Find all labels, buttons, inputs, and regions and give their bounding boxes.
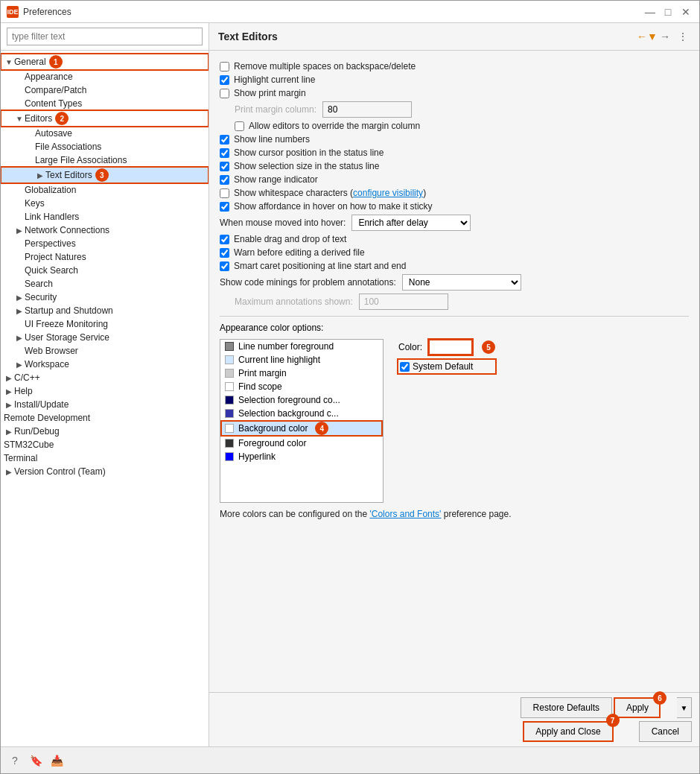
checkbox-highlight-line[interactable] bbox=[220, 75, 229, 85]
more-button[interactable]: ⋮ bbox=[675, 29, 690, 44]
export-icon[interactable]: 🔖 bbox=[29, 754, 42, 767]
checkbox-drag-drop[interactable] bbox=[220, 235, 229, 244]
tree-item-autosave[interactable]: Autosave bbox=[1, 127, 209, 140]
tree-item-project-natures[interactable]: Project Natures bbox=[1, 250, 209, 264]
color-item-background[interactable]: Background color 4 bbox=[220, 420, 383, 437]
input-print-margin-col[interactable] bbox=[322, 101, 412, 118]
maximize-button[interactable]: □ bbox=[661, 4, 675, 19]
checkbox-warn-derived[interactable] bbox=[220, 248, 229, 258]
expand-icon-network[interactable]: ▶ bbox=[14, 225, 25, 235]
footer: ? 🔖 📥 bbox=[1, 746, 699, 773]
more-colors-text: More colors can be configured on the bbox=[220, 509, 369, 519]
expand-icon-security[interactable]: ▶ bbox=[14, 292, 25, 302]
color-item-line-number[interactable]: Line number foreground bbox=[220, 340, 383, 353]
expand-icon-install[interactable]: ▶ bbox=[4, 399, 14, 410]
checkbox-cursor-position[interactable] bbox=[220, 148, 229, 158]
minimize-button[interactable]: — bbox=[643, 4, 658, 19]
tree-label-user-storage: User Storage Service bbox=[25, 332, 109, 343]
color-item-selection-bg[interactable]: Selection background c... bbox=[220, 407, 383, 420]
tree-item-ui-freeze[interactable]: UI Freeze Monitoring bbox=[1, 317, 209, 331]
checkbox-smart-caret[interactable] bbox=[220, 261, 229, 271]
checkbox-range-indicator[interactable] bbox=[220, 175, 229, 185]
color-item-find-scope[interactable]: Find scope bbox=[220, 380, 383, 393]
tree-item-link-handlers[interactable]: Link Handlers bbox=[1, 210, 209, 223]
tree-item-search[interactable]: Search bbox=[1, 277, 209, 291]
tree-item-file-associations[interactable]: File Associations bbox=[1, 140, 209, 153]
checkbox-system-default[interactable] bbox=[400, 362, 410, 372]
restore-defaults-button[interactable]: Restore Defaults bbox=[521, 697, 612, 718]
expand-icon-help[interactable]: ▶ bbox=[4, 386, 14, 396]
checkbox-selection-size[interactable] bbox=[220, 162, 229, 171]
color-item-selection-fg[interactable]: Selection foreground co... bbox=[220, 393, 383, 407]
tree-item-workspace[interactable]: ▶ Workspace bbox=[1, 358, 209, 371]
expand-icon-general[interactable]: ▼ bbox=[4, 57, 14, 67]
expand-icon-run-debug[interactable]: ▶ bbox=[4, 426, 14, 437]
checkbox-line-numbers[interactable] bbox=[220, 135, 229, 145]
tree-item-editors[interactable]: ▼ Editors 2 bbox=[1, 110, 209, 127]
close-button[interactable]: ✕ bbox=[678, 4, 693, 19]
tree-item-security[interactable]: ▶ Security bbox=[1, 291, 209, 304]
window-controls: — □ ✕ bbox=[643, 4, 693, 19]
tree-item-stm32cube[interactable]: STM32Cube bbox=[1, 438, 209, 451]
expand-icon-version-control[interactable]: ▶ bbox=[4, 466, 14, 477]
color-item-foreground[interactable]: Foreground color bbox=[220, 437, 383, 450]
tree-item-remote-dev[interactable]: Remote Development bbox=[1, 411, 209, 425]
tree-item-run-debug[interactable]: ▶ Run/Debug bbox=[1, 425, 209, 438]
expand-icon-text-editors[interactable]: ▶ bbox=[35, 170, 45, 180]
tree-label-run-debug: Run/Debug bbox=[14, 426, 60, 437]
search-input[interactable] bbox=[7, 28, 203, 45]
tree-item-cpp[interactable]: ▶ C/C++ bbox=[1, 371, 209, 384]
tree-item-content-types[interactable]: Content Types bbox=[1, 97, 209, 110]
tree-item-perspectives[interactable]: Perspectives bbox=[1, 237, 209, 250]
apply-close-button[interactable]: Apply and Close bbox=[523, 721, 613, 742]
color-item-current-line[interactable]: Current line highlight bbox=[220, 353, 383, 367]
tree-item-quick-search[interactable]: Quick Search bbox=[1, 264, 209, 277]
tree-item-install-update[interactable]: ▶ Install/Update bbox=[1, 398, 209, 411]
tree-item-large-file-assoc[interactable]: Large File Associations bbox=[1, 153, 209, 167]
checkbox-remove-spaces[interactable] bbox=[220, 62, 229, 72]
color-item-print-margin[interactable]: Print margin bbox=[220, 367, 383, 380]
checkbox-print-margin[interactable] bbox=[220, 89, 229, 98]
tree-item-web-browser[interactable]: Web Browser bbox=[1, 344, 209, 358]
colors-fonts-link[interactable]: 'Colors and Fonts' bbox=[369, 509, 441, 519]
configure-visibility-link[interactable]: configure visibility bbox=[353, 188, 423, 198]
tree-item-network-connections[interactable]: ▶ Network Connections bbox=[1, 223, 209, 237]
expand-icon-startup[interactable]: ▶ bbox=[14, 305, 25, 316]
expand-icon-user-storage[interactable]: ▶ bbox=[14, 332, 25, 343]
input-max-annotations[interactable] bbox=[359, 294, 448, 310]
tree-item-help[interactable]: ▶ Help bbox=[1, 384, 209, 398]
checkbox-whitespace[interactable] bbox=[220, 188, 229, 198]
expand-icon-editors[interactable]: ▼ bbox=[14, 113, 25, 124]
tree-item-text-editors[interactable]: ▶ Text Editors 3 bbox=[1, 167, 209, 183]
tree-item-general[interactable]: ▼ General 1 bbox=[1, 54, 209, 70]
expand-icon-workspace[interactable]: ▶ bbox=[14, 359, 25, 369]
color-picker-box[interactable] bbox=[428, 339, 473, 355]
tree-label-version-control: Version Control (Team) bbox=[14, 466, 106, 477]
checkbox-affordance[interactable] bbox=[220, 202, 229, 212]
select-mouse-hover[interactable]: Enrich after delay Never Immediately bbox=[351, 215, 471, 231]
tree-label-search: Search bbox=[25, 279, 53, 289]
right-header: Text Editors ←▼ → ⋮ bbox=[209, 23, 699, 51]
forward-button[interactable]: → bbox=[658, 29, 672, 44]
import-icon[interactable]: 📥 bbox=[50, 754, 63, 767]
tree-label-web-browser: Web Browser bbox=[25, 346, 78, 356]
apply-dropdown-arrow[interactable]: ▼ bbox=[677, 697, 692, 718]
setting-affordance: Show affordance in hover on how to make … bbox=[220, 201, 689, 212]
tree-item-keys[interactable]: Keys bbox=[1, 197, 209, 210]
setting-smart-caret: Smart caret positioning at line start an… bbox=[220, 261, 689, 271]
tree-item-startup-shutdown[interactable]: ▶ Startup and Shutdown bbox=[1, 304, 209, 317]
tree-item-appearance[interactable]: Appearance bbox=[1, 70, 209, 83]
help-icon[interactable]: ? bbox=[8, 754, 22, 767]
tree-item-version-control[interactable]: ▶ Version Control (Team) bbox=[1, 465, 209, 478]
select-code-minings[interactable]: None Errors Warnings All bbox=[402, 274, 521, 291]
checkbox-allow-override[interactable] bbox=[235, 121, 244, 131]
right-content: Remove multiple spaces on backspace/dele… bbox=[209, 51, 699, 692]
color-item-hyperlink[interactable]: Hyperlink bbox=[220, 450, 383, 463]
tree-item-user-storage[interactable]: ▶ User Storage Service bbox=[1, 331, 209, 344]
tree-item-terminal[interactable]: Terminal bbox=[1, 451, 209, 465]
cancel-button[interactable]: Cancel bbox=[639, 721, 692, 742]
tree-item-compare-patch[interactable]: Compare/Patch bbox=[1, 83, 209, 97]
expand-icon-cpp[interactable]: ▶ bbox=[4, 372, 14, 383]
tree-item-globalization[interactable]: Globalization bbox=[1, 183, 209, 197]
back-button[interactable]: ←▼ bbox=[640, 29, 655, 44]
